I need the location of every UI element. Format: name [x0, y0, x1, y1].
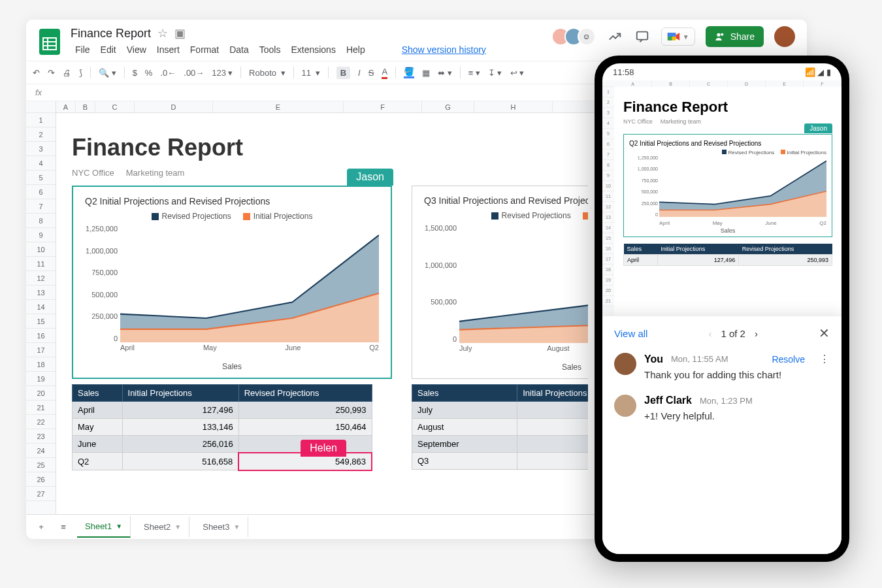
- table-row[interactable]: September235,338: [412, 436, 589, 453]
- row-header[interactable]: 24: [26, 444, 56, 458]
- row-header[interactable]: 16: [26, 329, 56, 343]
- zoom-dropdown[interactable]: 🔍 ▾: [99, 68, 116, 78]
- table-row[interactable]: July174,753: [412, 402, 589, 419]
- undo-icon[interactable]: ↶: [33, 68, 40, 78]
- table-cell[interactable]: 516,658: [122, 453, 238, 470]
- row-header[interactable]: 7: [26, 199, 56, 214]
- row-header[interactable]: 14: [26, 300, 56, 314]
- table-cell[interactable]: 250,993: [238, 402, 372, 419]
- table-cell[interactable]: April: [73, 402, 123, 419]
- menu-tools[interactable]: Tools: [255, 42, 286, 57]
- menu-insert[interactable]: Insert: [152, 42, 184, 57]
- row-header[interactable]: 6: [26, 185, 56, 199]
- row-header[interactable]: 21: [26, 400, 56, 415]
- menu-help[interactable]: Help: [342, 42, 370, 57]
- data-table-q2[interactable]: SalesInitial ProjectionsRevised Projecti…: [72, 384, 372, 471]
- row-header[interactable]: 1: [26, 113, 56, 127]
- row-header[interactable]: 15: [26, 314, 56, 329]
- comments-icon[interactable]: [634, 28, 651, 45]
- row-header[interactable]: 4: [26, 156, 56, 171]
- row-header[interactable]: 20: [26, 386, 56, 400]
- row-header[interactable]: 2: [26, 127, 56, 142]
- column-header[interactable]: F: [344, 101, 422, 112]
- currency-icon[interactable]: $: [133, 68, 137, 78]
- row-header[interactable]: 26: [26, 472, 56, 487]
- sheet-tab[interactable]: Sheet3 ▼: [195, 517, 248, 537]
- row-headers[interactable]: 1234567891011121314151617181920212223242…: [26, 101, 56, 514]
- collaborator-avatars[interactable]: ☺: [551, 27, 596, 46]
- column-header[interactable]: G: [422, 101, 474, 112]
- table-cell[interactable]: August: [412, 419, 517, 436]
- close-icon[interactable]: ✕: [819, 325, 830, 341]
- table-row[interactable]: Q3630,290: [412, 453, 589, 470]
- table-cell[interactable]: Q3: [412, 453, 517, 470]
- row-header[interactable]: 23: [26, 429, 56, 444]
- table-cell[interactable]: 235,338: [517, 436, 588, 453]
- view-all-link[interactable]: View all: [614, 328, 647, 339]
- row-header[interactable]: 27: [26, 487, 56, 501]
- more-icon[interactable]: ⋮: [819, 353, 830, 365]
- table-row[interactable]: May133,146150,464: [73, 419, 372, 436]
- decrease-decimal-icon[interactable]: .0←: [160, 68, 176, 78]
- row-header[interactable]: 12: [26, 271, 56, 286]
- activity-icon[interactable]: [606, 28, 623, 45]
- sheet-tab[interactable]: Sheet2 ▼: [136, 517, 189, 537]
- print-icon[interactable]: 🖨: [63, 68, 71, 78]
- star-icon[interactable]: ☆: [157, 26, 168, 41]
- valign-icon[interactable]: ↧ ▾: [488, 68, 502, 78]
- row-header[interactable]: 3: [26, 142, 56, 156]
- column-header[interactable]: D: [135, 101, 213, 112]
- table-cell[interactable]: Q2: [73, 453, 123, 470]
- increase-decimal-icon[interactable]: .00→: [184, 68, 204, 78]
- table-cell[interactable]: 150,464: [238, 419, 372, 436]
- table-cell[interactable]: 127,496: [122, 402, 238, 419]
- sheet-tab[interactable]: Sheet1 ▼: [77, 516, 131, 538]
- add-sheet-icon[interactable]: +: [33, 519, 50, 536]
- row-header[interactable]: [26, 101, 56, 113]
- table-cell[interactable]: September: [412, 436, 517, 453]
- strike-icon[interactable]: S: [368, 68, 374, 78]
- row-header[interactable]: 18: [26, 357, 56, 372]
- table-cell[interactable]: 256,016: [122, 436, 238, 453]
- chevron-down-icon[interactable]: ▼: [116, 523, 122, 530]
- font-size[interactable]: 11 ▾: [302, 68, 320, 78]
- column-header[interactable]: H: [474, 101, 553, 112]
- doc-title[interactable]: Finance Report: [71, 27, 151, 41]
- column-header[interactable]: A: [56, 101, 76, 112]
- font-picker[interactable]: Roboto ▾: [249, 68, 286, 78]
- text-color-icon[interactable]: A: [382, 67, 387, 79]
- phone-chart[interactable]: Jason Q2 Initial Projections and Revised…: [623, 134, 832, 237]
- table-cell[interactable]: July: [412, 402, 517, 419]
- data-table-q3[interactable]: SalesInitial ProjectionsReJuly174,753Aug…: [412, 384, 588, 470]
- phone-grid[interactable]: 123456789101112131415161718192021 ABCDEF…: [602, 80, 841, 316]
- row-header[interactable]: 11: [26, 257, 56, 271]
- all-sheets-icon[interactable]: ≡: [55, 519, 72, 536]
- wrap-icon[interactable]: ↩ ▾: [510, 68, 525, 78]
- column-header[interactable]: E: [213, 101, 344, 112]
- comment[interactable]: YouMon, 11:55 AMResolve⋮Thank you for ad…: [614, 353, 830, 380]
- row-header[interactable]: 9: [26, 228, 56, 242]
- menu-format[interactable]: Format: [186, 42, 223, 57]
- phone-data-table[interactable]: SalesInitial ProjectionsRevised Projecti…: [623, 244, 832, 266]
- account-avatar[interactable]: [774, 26, 795, 47]
- next-comment-icon[interactable]: ›: [755, 328, 758, 339]
- table-row[interactable]: April127,496250,993: [73, 402, 372, 419]
- paint-format-icon[interactable]: ⟆: [79, 68, 82, 78]
- fill-color-icon[interactable]: 🪣: [404, 67, 414, 78]
- avatar-anon-icon[interactable]: ☺: [578, 27, 596, 46]
- table-cell[interactable]: 220,199: [517, 419, 588, 436]
- chart-q2[interactable]: Q2 Initial Projections and Revised Proje…: [72, 186, 392, 379]
- table-row[interactable]: August220,199: [412, 419, 589, 436]
- meet-button[interactable]: ▼: [661, 27, 695, 46]
- bold-icon[interactable]: B: [336, 67, 350, 79]
- row-header[interactable]: 17: [26, 343, 56, 357]
- row-header[interactable]: 10: [26, 242, 56, 257]
- prev-comment-icon[interactable]: ‹: [708, 328, 711, 339]
- row-header[interactable]: 13: [26, 286, 56, 300]
- number-format[interactable]: 123 ▾: [212, 68, 233, 78]
- row-header[interactable]: 25: [26, 458, 56, 472]
- menu-view[interactable]: View: [122, 42, 151, 57]
- column-header[interactable]: C: [95, 101, 135, 112]
- row-header[interactable]: 8: [26, 214, 56, 228]
- table-cell[interactable]: 630,290: [517, 453, 588, 470]
